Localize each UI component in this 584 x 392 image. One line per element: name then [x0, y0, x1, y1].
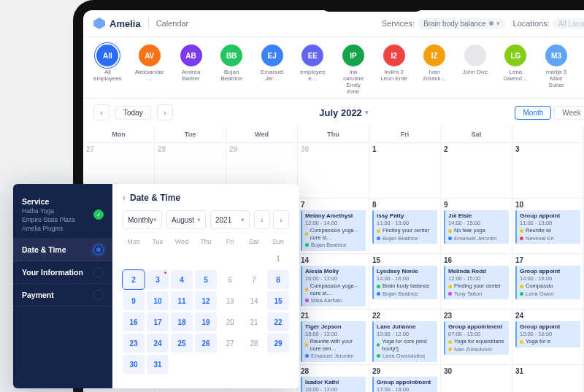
mini-day[interactable]: 14 [243, 291, 265, 310]
event[interactable]: Melany Amethyst 12:00 - 14:00 Compassion… [301, 210, 366, 251]
person[interactable]: EEemployee e… [299, 45, 327, 95]
step-date-time[interactable]: Date & Time [13, 239, 112, 261]
event[interactable]: Isador Kathi 10:00 - 13:00 Yoga for gut … [301, 377, 366, 392]
mini-day[interactable]: 30 [123, 355, 145, 374]
mini-day[interactable]: 31 [147, 355, 169, 374]
person[interactable]: AllAll employees [93, 45, 122, 95]
mini-day[interactable]: 29 [267, 334, 289, 353]
mini-day[interactable]: 12 [195, 291, 217, 310]
day-cell[interactable]: 2 [441, 143, 512, 199]
event[interactable]: Lane Julianne 10:00 - 12:00 Yoga for cor… [372, 321, 437, 362]
brand[interactable]: Amelia [93, 18, 141, 29]
view-tab-week[interactable]: Week [554, 106, 584, 120]
day-cell[interactable]: 21 Tiger Jepson 18:00 - 13:00 Reunite wi… [298, 310, 369, 365]
day-cell[interactable]: 28 Isador Kathi 10:00 - 13:00 Yoga for g… [298, 365, 369, 392]
day-cell[interactable]: 3 [512, 143, 584, 199]
services-filter[interactable]: Services: Brain body balance ▾ [382, 18, 506, 29]
day-number: 27 [86, 145, 94, 153]
person[interactable]: IPina caroline Emily Ente [339, 45, 367, 95]
event[interactable]: Alesia Molly 10:00 - 13:00 Compassion yo… [301, 266, 366, 307]
back-icon[interactable]: ‹ [123, 193, 126, 203]
day-cell[interactable]: 8 Issy Patty 11:00 - 13:00 Finding your … [369, 199, 441, 254]
person[interactable]: AVAleksandar … [135, 45, 164, 95]
day-cell[interactable]: 22 Lane Julianne 10:00 - 12:00 Yoga for … [369, 310, 441, 365]
mini-day[interactable]: 2 [123, 270, 145, 289]
event[interactable]: Lyndsey Nonie 14:00 - 16:00 Brain body b… [372, 266, 437, 299]
mini-day[interactable]: 10 [147, 291, 169, 310]
event[interactable]: Melinda Redd 12:00 - 15:00 Finding your … [444, 266, 509, 299]
mini-day[interactable]: 18 [171, 312, 193, 331]
day-cell[interactable]: 10 Group appoint 11:00 - 13:00 Reunite w… [512, 199, 584, 254]
mini-next-button[interactable]: › [273, 210, 289, 229]
event[interactable]: Group appointment 17:00 - 18:00 Reunite … [372, 377, 437, 392]
recurrence-select[interactable]: Monthly▾ [123, 210, 162, 229]
mini-day[interactable]: 3 [147, 270, 169, 289]
mini-day[interactable]: 27 [219, 334, 241, 353]
day-cell[interactable]: 23 Group appointment 07:00 - 13:00 Yoga … [441, 310, 512, 365]
person[interactable]: IZIvan Zdravk… [420, 45, 448, 95]
day-cell[interactable]: 30 [298, 143, 369, 199]
day-cell[interactable]: 30 [441, 365, 512, 392]
prev-button[interactable]: ‹ [93, 104, 110, 120]
mini-day[interactable]: 9 [123, 291, 145, 310]
mini-day[interactable]: 25 [171, 334, 193, 353]
person[interactable]: LGLena Gwend… [502, 45, 530, 95]
mini-day[interactable]: 5 [195, 270, 217, 289]
mini-day[interactable]: 24 [147, 334, 169, 353]
mini-day[interactable]: 4 [171, 270, 193, 289]
view-tab-month[interactable]: Month [515, 106, 551, 120]
mini-day[interactable]: 11 [171, 291, 193, 310]
person[interactable]: EJEmanuel Jer… [258, 45, 286, 95]
person[interactable]: M3marija 3 Mike Sober [542, 45, 570, 95]
mini-day[interactable]: 1 [267, 249, 289, 268]
mini-day[interactable]: 19 [195, 312, 217, 331]
mini-day[interactable]: 6 [219, 270, 241, 289]
day-cell[interactable]: 1 [369, 143, 441, 199]
step-your-information[interactable]: Your Information [13, 261, 112, 284]
day-cell[interactable]: 15 Lyndsey Nonie 14:00 - 16:00 Brain bod… [369, 254, 441, 310]
month-select[interactable]: August▾ [166, 210, 206, 229]
mini-day[interactable]: 22 [267, 312, 289, 331]
event[interactable]: Issy Patty 11:00 - 13:00 Finding your ce… [372, 210, 437, 244]
event[interactable]: Group appoint 14:00 - 16:00 Compassio Le… [515, 266, 580, 299]
day-cell[interactable]: 9 Jol Elsie 14:00 - 15:00 No fear yoga E… [441, 199, 512, 254]
mini-prev-button[interactable]: ‹ [254, 210, 270, 229]
person[interactable]: I2Indira 2 Leon Ente [380, 45, 408, 95]
step-service[interactable]: ServiceHatha YogaEmpire State PlazaAmeli… [13, 191, 112, 239]
mini-dow: Tue [147, 237, 169, 247]
step-payment[interactable]: Payment [13, 284, 112, 307]
mini-day[interactable]: 13 [219, 291, 241, 310]
day-cell[interactable]: 24 Group appoint 13:00 - 16:00 Yoga for … [512, 310, 584, 365]
event[interactable]: Group appointment 07:00 - 13:00 Yoga for… [444, 321, 509, 355]
day-cell[interactable]: 16 Melinda Redd 12:00 - 15:00 Finding yo… [441, 254, 512, 310]
locations-filter[interactable]: Locations: All Locations ▾ [513, 18, 584, 29]
day-cell[interactable]: 17 Group appoint 14:00 - 16:00 Compassio… [512, 254, 584, 310]
locations-pill[interactable]: All Locations ▾ [553, 18, 584, 29]
event[interactable]: Group appoint 11:00 - 13:00 Reunite wi N… [515, 210, 580, 244]
mini-day[interactable]: 21 [243, 312, 265, 331]
day-cell[interactable]: 14 Alesia Molly 10:00 - 13:00 Compassion… [298, 254, 369, 310]
mini-day[interactable]: 20 [219, 312, 241, 331]
event[interactable]: Tiger Jepson 18:00 - 13:00 Reunite with … [301, 321, 366, 362]
person[interactable]: ABAndrea Barber [177, 45, 205, 95]
month-title[interactable]: July 2022 ▾ [319, 107, 369, 118]
today-button[interactable]: Today [115, 106, 151, 120]
mini-day[interactable]: 26 [195, 334, 217, 353]
services-pill[interactable]: Brain body balance ▾ [418, 18, 506, 29]
day-cell[interactable]: 29 Group appointment 17:00 - 18:00 Reuni… [369, 365, 441, 392]
next-button[interactable]: › [157, 104, 173, 120]
event[interactable]: Jol Elsie 14:00 - 15:00 No fear yoga Ema… [444, 210, 509, 244]
mini-day[interactable]: 15 [267, 291, 289, 310]
event[interactable]: Group appoint 13:00 - 16:00 Yoga for e [515, 321, 580, 347]
person[interactable]: BBBojan Beatrice [218, 45, 245, 95]
day-cell[interactable]: 7 Melany Amethyst 12:00 - 14:00 Compassi… [298, 199, 369, 254]
mini-day[interactable]: 16 [123, 312, 145, 331]
mini-day[interactable]: 28 [243, 334, 265, 353]
mini-day[interactable]: 7 [243, 270, 265, 289]
mini-day[interactable]: 23 [123, 334, 145, 353]
year-select[interactable]: 2021▾ [210, 210, 250, 229]
mini-day[interactable]: 17 [147, 312, 169, 331]
person[interactable]: John Doe [461, 45, 489, 95]
mini-day[interactable]: 8 [267, 270, 289, 289]
day-cell[interactable]: 31 [512, 365, 584, 392]
